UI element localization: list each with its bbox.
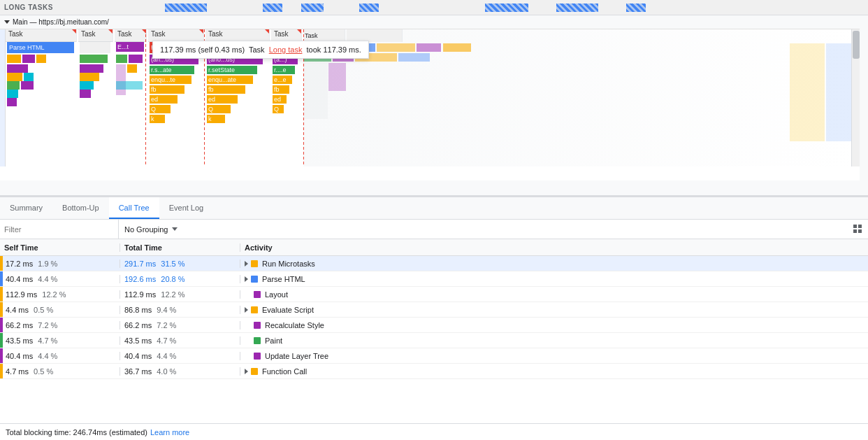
table-row[interactable]: 40.4 ms 4.4 % 40.4 ms 4.4 % Update Layer… — [0, 348, 868, 364]
table-row[interactable]: 40.4 ms 4.4 % 192.6 ms 20.8 % Parse HTML — [0, 271, 868, 287]
col-header-activity: Activity — [240, 243, 868, 252]
table-header: Self Time Total Time Activity — [0, 239, 868, 256]
flame-bar — [116, 55, 127, 63]
activity-name: Evaluate Script — [262, 306, 314, 314]
total-time-pct: 4.0 % — [157, 367, 176, 376]
tooltip-link[interactable]: Long task — [269, 45, 303, 54]
table-row[interactable]: 4.7 ms 0.5 % 36.7 ms 4.0 % Function Call — [0, 364, 868, 379]
flame-bar: e...e — [273, 76, 292, 84]
scrollbar[interactable] — [851, 29, 860, 166]
task-label: Task — [78, 29, 113, 42]
total-time-value: 86.8 ms — [124, 306, 152, 314]
grouping-select[interactable]: No Grouping — [119, 220, 183, 239]
cell-activity: Layout — [240, 290, 868, 299]
long-task-bar — [556, 3, 598, 12]
task-label: Task — [115, 29, 146, 42]
grouping-arrow-icon — [172, 227, 178, 231]
cell-self-time: 66.2 ms 7.2 % — [0, 321, 120, 329]
tooltip-text1: 117.39 ms (self 0.43 ms) — [160, 45, 245, 54]
self-time-value: 43.5 ms — [6, 336, 33, 345]
flame-bar: ed — [207, 95, 238, 104]
cell-activity: Function Call — [240, 367, 868, 376]
long-task-bar — [359, 3, 379, 12]
flame-bar — [417, 43, 441, 52]
tab-bottom-up[interactable]: Bottom-Up — [52, 197, 109, 219]
flame-bar — [80, 73, 99, 81]
total-time-value: 66.2 ms — [124, 321, 152, 329]
activity-icon — [254, 322, 261, 329]
long-task-bar — [301, 3, 324, 12]
self-time-value: 112.9 ms — [6, 290, 37, 299]
row-indicator — [0, 318, 3, 332]
table-row[interactable]: 112.9 ms 12.2 % 112.9 ms 12.2 % Layout — [0, 287, 868, 302]
self-time-pct: 4.4 % — [38, 275, 57, 283]
filter-options-button[interactable] — [847, 221, 868, 238]
flame-bar: ed — [150, 95, 178, 104]
flame-bar — [443, 43, 471, 52]
flame-bar — [36, 55, 46, 63]
row-indicator — [0, 364, 3, 378]
self-time-value: 66.2 ms — [6, 321, 33, 329]
table-row[interactable]: 66.2 ms 7.2 % 66.2 ms 7.2 % Recalculate … — [0, 318, 868, 333]
activity-name: Parse HTML — [262, 275, 305, 283]
status-text: Total blocking time: 246.74ms (estimated… — [6, 428, 147, 437]
main-url: Main — https://bj.meituan.com/ — [13, 18, 109, 26]
tab-event-log[interactable]: Event Log — [159, 197, 214, 219]
table-row[interactable]: 17.2 ms 1.9 % 291.7 ms 31.5 % Run Microt… — [0, 256, 868, 271]
tab-summary[interactable]: Summary — [0, 197, 52, 219]
activity-icon — [251, 368, 258, 375]
status-bar: Total blocking time: 246.74ms (estimated… — [0, 423, 868, 440]
flame-bar: fb — [207, 85, 245, 94]
long-task-bar — [626, 3, 646, 12]
activity-icon — [251, 306, 258, 313]
filter-input[interactable] — [0, 220, 119, 239]
total-time-value: 112.9 ms — [124, 290, 156, 299]
flame-bar — [328, 63, 346, 91]
flame-bar: Q — [273, 105, 284, 113]
flame-bar — [7, 64, 28, 73]
total-time-pct: 9.4 % — [157, 306, 176, 314]
tab-call-tree[interactable]: Call Tree — [109, 197, 159, 219]
long-task-bar — [263, 3, 282, 12]
total-time-pct: 31.5 % — [161, 260, 185, 268]
self-time-pct: 1.9 % — [38, 260, 57, 268]
svg-rect-1 — [858, 225, 862, 228]
self-time-pct: 0.5 % — [34, 306, 53, 314]
activity-name: Recalculate Style — [265, 321, 324, 329]
flame-bar — [7, 73, 22, 81]
flame-bar — [7, 55, 21, 63]
total-time-pct: 12.2 % — [161, 290, 185, 299]
row-indicator — [0, 287, 3, 301]
cell-activity: Run Microtasks — [240, 260, 868, 268]
cell-self-time: 4.4 ms 0.5 % — [0, 306, 120, 314]
parse-html-bar: Parse HTML — [7, 42, 74, 53]
table-row[interactable]: 4.4 ms 0.5 % 86.8 ms 9.4 % Evaluate Scri… — [0, 302, 868, 318]
table-body: 17.2 ms 1.9 % 291.7 ms 31.5 % Run Microt… — [0, 256, 868, 379]
cell-activity: Recalculate Style — [240, 321, 868, 329]
cell-total-time: 112.9 ms 12.2 % — [120, 290, 240, 299]
activity-icon — [251, 276, 258, 283]
scrollbar-thumb[interactable] — [853, 31, 860, 59]
learn-more-link[interactable]: Learn more — [150, 428, 189, 437]
col-header-self-time: Self Time — [0, 243, 120, 252]
long-task-bar — [165, 3, 207, 12]
flame-bar — [24, 73, 34, 81]
flame-bar — [116, 81, 143, 90]
collapse-icon[interactable] — [4, 20, 10, 24]
cell-total-time: 43.5 ms 4.7 % — [120, 336, 240, 345]
cell-self-time: 43.5 ms 4.7 % — [0, 336, 120, 345]
flame-bar — [127, 64, 137, 73]
table-row[interactable]: 43.5 ms 4.7 % 43.5 ms 4.7 % Paint — [0, 333, 868, 348]
expand-arrow-icon — [245, 369, 248, 374]
self-time-pct: 4.7 % — [38, 336, 57, 345]
col-header-total-time: Total Time — [120, 243, 240, 252]
svg-rect-3 — [858, 229, 862, 233]
cell-total-time: 40.4 ms 4.4 % — [120, 352, 240, 360]
total-time-pct: 4.4 % — [157, 352, 176, 360]
flame-bar: enqu...ate — [207, 76, 253, 84]
flame-bar — [129, 55, 143, 63]
activity-icon — [254, 337, 261, 344]
cell-self-time: 112.9 ms 12.2 % — [0, 290, 120, 299]
long-tasks-header: LONG TASKS — [0, 0, 868, 15]
flame-bar: fb — [273, 85, 289, 94]
